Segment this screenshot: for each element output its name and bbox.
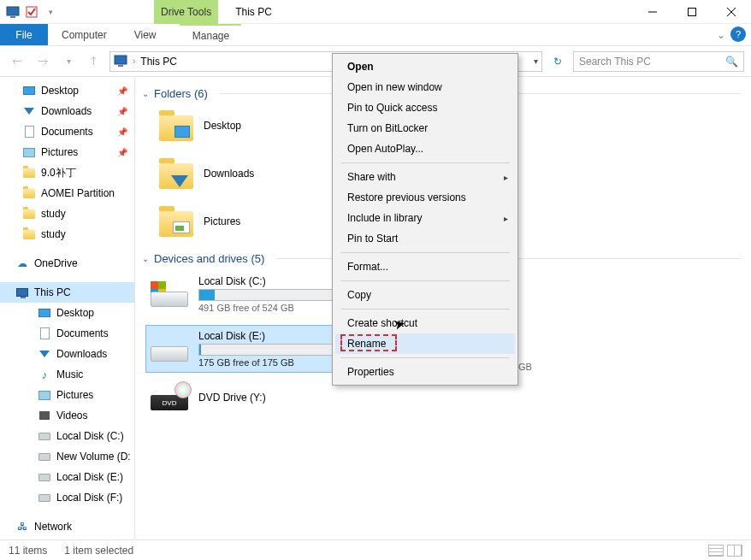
nav-quick-pictures[interactable]: Pictures📌 [0,142,134,162]
nav-quick-folder-1[interactable]: 9.0补丁 [0,162,134,183]
nav-pc-videos[interactable]: Videos [0,405,134,426]
nav-quick-folder-4[interactable]: study [0,224,134,245]
tiles-view-button[interactable] [727,545,742,557]
refresh-button[interactable]: ↻ [547,51,568,72]
expand-ribbon-icon[interactable]: ⌄ [717,24,725,45]
status-selection-count: 1 item selected [64,545,133,557]
cm-open-new-window[interactable]: Open in new window [335,77,515,97]
properties-qat-icon[interactable] [24,4,39,20]
search-placeholder: Search This PC [579,56,651,68]
ribbon-tabs: File Computer View Manage ⌄ ? [0,24,751,46]
cm-include-in-library[interactable]: Include in library▸ [335,208,515,228]
context-menu: Open Open in new window Pin to Quick acc… [332,53,518,386]
svg-rect-4 [689,9,696,16]
cm-open-autoplay[interactable]: Open AutoPlay... [335,139,515,159]
forward-button[interactable]: 🡒 [33,51,53,72]
nav-pc-desktop[interactable]: Desktop [0,303,134,323]
drive-tools-contextual-tab[interactable]: Drive Tools [154,0,218,24]
nav-pc-documents[interactable]: Documents [0,323,134,344]
nav-pc-disk-e[interactable]: Local Disk (E:) [0,467,134,487]
quick-access-toolbar: ▾ [0,4,63,20]
address-dropdown-icon[interactable]: ▾ [534,56,538,66]
cm-restore-previous[interactable]: Restore previous versions [335,187,515,208]
minimize-button[interactable] [633,0,672,24]
folder-icon [22,166,36,180]
folder-icon [22,207,36,221]
cm-open[interactable]: Open [335,56,515,77]
pictures-icon [22,145,36,159]
maximize-button[interactable] [672,0,712,24]
back-button[interactable]: 🡐 [7,51,27,72]
pictures-icon [38,388,51,402]
cm-share-with[interactable]: Share with▸ [335,167,515,187]
download-icon [22,104,36,118]
qat-dropdown-icon[interactable]: ▾ [43,4,58,20]
nav-pc-disk-c[interactable]: Local Disk (C:) [0,426,134,446]
nav-quick-folder-3[interactable]: study [0,203,134,224]
drive-icon [151,336,188,362]
onedrive-icon: ☁ [15,256,29,270]
drive-name: DVD Drive (Y:) [198,392,395,404]
nav-pc-music[interactable]: ♪Music [0,364,134,385]
folder-icon [22,227,36,241]
pin-icon: 📌 [117,148,127,157]
disk-icon [38,470,51,484]
nav-quick-downloads[interactable]: Downloads📌 [0,101,134,121]
view-toggle [708,545,742,557]
cm-properties[interactable]: Properties [335,362,515,382]
nav-quick-documents[interactable]: Documents📌 [0,121,134,142]
pin-icon: 📌 [117,107,127,116]
submenu-arrow-icon: ▸ [504,173,508,182]
details-view-button[interactable] [708,545,724,557]
view-tab[interactable]: View [121,24,170,45]
cm-format[interactable]: Format... [335,256,515,277]
cm-pin-to-start[interactable]: Pin to Start [335,228,515,249]
svg-rect-8 [118,65,123,67]
svg-rect-7 [115,56,127,64]
download-icon [38,347,51,361]
close-button[interactable] [712,0,751,24]
manage-tab[interactable]: Manage [180,24,241,45]
chevron-right-icon[interactable]: › [133,56,135,66]
document-icon [22,125,36,139]
cm-copy[interactable]: Copy [335,285,515,305]
music-icon: ♪ [38,368,51,381]
folder-icon [159,110,193,141]
nav-pc-new-volume-d[interactable]: New Volume (D: [0,446,134,467]
search-input[interactable]: Search This PC 🔍 [573,51,744,72]
nav-quick-desktop[interactable]: Desktop📌 [0,80,134,101]
svg-rect-0 [7,7,19,15]
nav-onedrive[interactable]: ☁OneDrive [0,253,134,274]
drive-icon [151,281,188,307]
computer-tab[interactable]: Computer [48,24,121,45]
videos-icon [38,409,51,422]
disk-icon [38,450,51,463]
nav-network[interactable]: 🖧Network [0,516,134,537]
up-button[interactable]: 🡑 [84,51,104,72]
help-icon[interactable]: ? [730,27,746,42]
nav-quick-folder-2[interactable]: AOMEI Partition [0,183,134,203]
title-bar: ▾ Drive Tools This PC [0,0,751,24]
file-tab[interactable]: File [0,24,48,45]
cm-pin-quick-access[interactable]: Pin to Quick access [335,97,515,118]
folder-icon [159,158,193,189]
navigation-pane: Desktop📌 Downloads📌 Documents📌 Pictures📌… [0,77,135,539]
cm-create-shortcut[interactable]: Create shortcut [335,313,515,333]
nav-pc-pictures[interactable]: Pictures [0,385,134,405]
status-item-count: 11 items [9,545,47,557]
chevron-down-icon: ⌄ [142,254,149,263]
nav-pc-downloads[interactable]: Downloads [0,344,134,364]
search-icon: 🔍 [725,56,738,68]
cm-bitlocker[interactable]: Turn on BitLocker [335,118,515,139]
nav-pc-disk-f[interactable]: Local Disk (F:) [0,487,134,508]
recent-locations-button[interactable]: ▾ [58,51,79,72]
disk-icon [38,429,51,443]
disk-icon [38,491,51,504]
cm-rename[interactable]: Rename [335,333,515,354]
nav-this-pc[interactable]: This PC [0,282,134,303]
pin-icon: 📌 [117,127,127,137]
window-title: This PC [235,6,272,18]
breadcrumb[interactable]: This PC [140,56,177,68]
this-pc-icon [114,55,127,68]
network-icon: 🖧 [15,520,29,533]
